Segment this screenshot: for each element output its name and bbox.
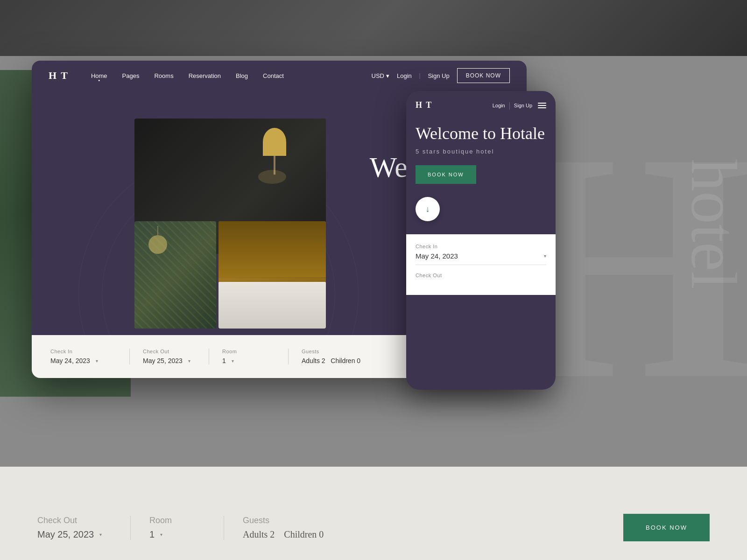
bottom-checkout-value[interactable]: May 25, 2023 ▾	[37, 529, 112, 540]
lamp-light	[258, 170, 286, 184]
mobile-hero-title: Welcome to Hotale	[416, 124, 546, 143]
nav-divider: |	[419, 72, 421, 79]
desktop-navbar: H T Home Pages Rooms Reservation Blog Co…	[32, 61, 527, 91]
nav-link-home[interactable]: Home	[91, 72, 107, 79]
mobile-nav-divider: |	[509, 101, 510, 110]
mobile-book-button[interactable]: BOOK NOW	[416, 165, 476, 184]
nav-link-blog[interactable]: Blog	[236, 72, 248, 79]
pendant-lamp	[148, 226, 167, 254]
room-dropdown-arrow: ▾	[232, 358, 234, 364]
nav-login-link[interactable]: Login	[397, 72, 412, 79]
checkin-field: Check In May 24, 2023 ▾	[50, 349, 130, 364]
mobile-mockup: H T Login | Sign Up Welcome to Hotale 5 …	[406, 91, 556, 390]
room-image-wood	[218, 221, 326, 329]
guests-value[interactable]: Adults 2 Children 0	[302, 357, 360, 364]
checkout-value[interactable]: May 25, 2023 ▾	[143, 357, 196, 364]
bottom-booking-bar: Check Out May 25, 2023 ▾ Room 1 ▾ Guests…	[0, 467, 747, 560]
nav-link-reservation[interactable]: Reservation	[189, 72, 221, 79]
room-field: Room 1 ▾	[209, 349, 289, 364]
checkout-label: Check Out	[143, 349, 196, 354]
mobile-scroll-down-button[interactable]: ↓	[416, 197, 440, 221]
checkin-value[interactable]: May 24, 2023 ▾	[50, 357, 116, 364]
hamburger-line-2	[538, 105, 546, 106]
checkout-field: Check Out May 25, 2023 ▾	[130, 349, 209, 364]
guests-field: Guests Adults 2 Children 0	[289, 349, 374, 364]
guests-label: Guests	[302, 349, 360, 354]
mobile-nav-links: Login | Sign Up	[493, 101, 532, 110]
room-value[interactable]: 1 ▾	[222, 357, 275, 364]
currency-selector[interactable]: USD ▾	[372, 72, 389, 79]
room-label: Room	[222, 349, 275, 354]
bottom-guests-label: Guests	[243, 516, 324, 525]
scroll-down-icon: ↓	[426, 204, 430, 214]
mobile-checkin-field: Check In May 24, 2023 ▾	[416, 244, 546, 265]
room-image-botanical	[134, 221, 216, 329]
desktop-nav-right: USD ▾ Login | Sign Up BOOK NOW	[372, 68, 510, 83]
desktop-nav-links: Home Pages Rooms Reservation Blog Contac…	[91, 72, 372, 79]
checkout-dropdown-arrow: ▾	[188, 358, 190, 364]
mobile-checkin-value[interactable]: May 24, 2023 ▾	[416, 252, 546, 265]
pendant-head	[148, 235, 167, 254]
bed-linens	[218, 282, 326, 329]
bottom-guests-field: Guests Adults 2 Children 0	[224, 516, 342, 540]
desktop-nav-book-button[interactable]: BOOK NOW	[457, 68, 510, 83]
nav-link-contact[interactable]: Contact	[263, 72, 284, 79]
bottom-checkout-field: Check Out May 25, 2023 ▾	[37, 516, 131, 540]
mobile-booking-section: Check In May 24, 2023 ▾ Check Out	[406, 234, 556, 295]
bottom-checkout-arrow: ▾	[99, 532, 102, 537]
nav-signup-link[interactable]: Sign Up	[428, 72, 449, 79]
mobile-login-link[interactable]: Login	[493, 103, 505, 108]
mobile-checkout-field: Check Out	[416, 273, 546, 278]
mobile-checkout-label: Check Out	[416, 273, 546, 278]
lamp-decoration	[261, 128, 289, 184]
checkin-label: Check In	[50, 349, 116, 354]
botanical-pattern	[134, 221, 216, 329]
bottom-room-value[interactable]: 1 ▾	[149, 529, 205, 540]
checkin-dropdown-arrow: ▾	[96, 358, 98, 364]
mobile-logo: H T	[416, 100, 493, 110]
mobile-hero: Welcome to Hotale 5 stars boutique hotel…	[406, 115, 556, 184]
hamburger-line-3	[538, 107, 546, 108]
bg-top-image	[0, 0, 747, 56]
mobile-hero-subtitle: 5 stars boutique hotel	[416, 148, 546, 155]
mobile-navbar: H T Login | Sign Up	[406, 91, 556, 115]
nav-link-rooms[interactable]: Rooms	[154, 72, 173, 79]
bottom-room-label: Room	[149, 516, 205, 525]
nav-link-pages[interactable]: Pages	[122, 72, 140, 79]
mobile-signup-link[interactable]: Sign Up	[514, 103, 532, 108]
wood-headboard	[218, 221, 326, 277]
mobile-hamburger-menu[interactable]	[538, 103, 546, 108]
bottom-room-arrow: ▾	[160, 532, 162, 537]
mobile-checkin-arrow: ▾	[544, 253, 546, 259]
desktop-logo: H T	[49, 70, 69, 82]
lamp-head	[263, 128, 286, 156]
bottom-checkout-label: Check Out	[37, 516, 112, 525]
bottom-book-button[interactable]: BOOK NOW	[623, 514, 710, 541]
bottom-bar-content: Check Out May 25, 2023 ▾ Room 1 ▾ Guests…	[0, 514, 747, 560]
mobile-checkin-label: Check In	[416, 244, 546, 249]
pendant-cord	[157, 226, 158, 235]
bottom-guests-value[interactable]: Adults 2 Children 0	[243, 529, 324, 540]
bottom-room-field: Room 1 ▾	[131, 516, 224, 540]
hamburger-line-1	[538, 103, 546, 104]
